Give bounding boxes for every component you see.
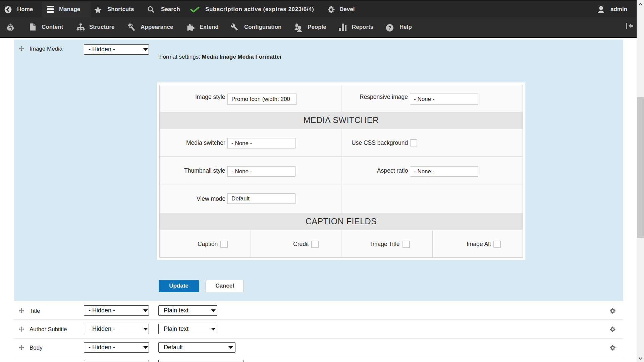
svg-text:?: ? — [388, 25, 391, 31]
